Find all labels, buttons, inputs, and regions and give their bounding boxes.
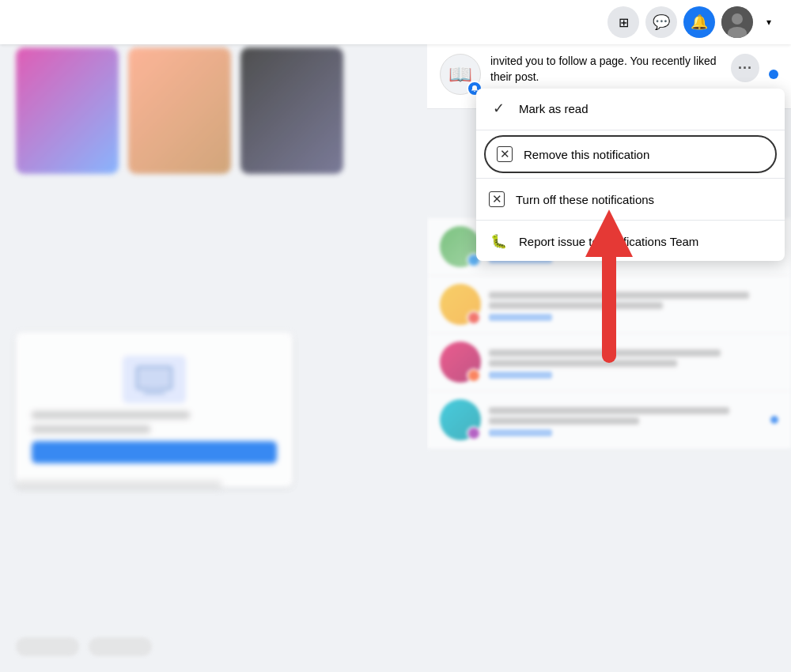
svg-rect-1 bbox=[148, 389, 161, 392]
notif-list-text-2 bbox=[489, 289, 778, 321]
blue-dot-4 bbox=[770, 416, 778, 424]
messenger-icon: 💬 bbox=[653, 13, 670, 31]
monitor-icon bbox=[123, 356, 186, 403]
mark-as-read-item[interactable]: ✓ Mark as read bbox=[476, 89, 785, 128]
list-item bbox=[427, 276, 791, 334]
blurred-profile-text bbox=[16, 474, 253, 495]
chevron-down-button[interactable]: ▾ bbox=[759, 13, 778, 32]
svg-rect-2 bbox=[143, 392, 165, 394]
grid-icon: ⊞ bbox=[619, 15, 629, 30]
remove-notification-item[interactable]: ✕ Remove this notification bbox=[484, 135, 777, 173]
chevron-down-icon: ▾ bbox=[766, 17, 771, 28]
bell-icon: 🔔 bbox=[691, 13, 708, 31]
avatar-yellow bbox=[440, 284, 481, 325]
mark-as-read-label: Mark as read bbox=[519, 102, 589, 115]
menu-divider-2 bbox=[476, 178, 785, 179]
notification-main-text: invited you to follow a page. You recent… bbox=[490, 54, 721, 85]
turn-off-label: Turn off these notifications bbox=[516, 193, 654, 206]
notification-blue-dot bbox=[769, 70, 778, 79]
tag-2 bbox=[89, 637, 152, 656]
tag-1 bbox=[16, 637, 79, 656]
card-3 bbox=[240, 47, 343, 174]
more-dots-icon: ··· bbox=[738, 60, 752, 77]
avatar-green bbox=[440, 226, 481, 267]
report-issue-label: Report issue to Notifications Team bbox=[519, 235, 698, 248]
notif-list-text-3 bbox=[489, 346, 778, 379]
messenger-button[interactable]: 💬 bbox=[645, 6, 677, 38]
avatar-pink bbox=[440, 342, 481, 383]
card-1 bbox=[16, 47, 119, 174]
bottom-tags bbox=[16, 637, 152, 656]
remove-notification-label: Remove this notification bbox=[524, 148, 649, 161]
card-2 bbox=[128, 47, 231, 174]
bug-icon: 🐛 bbox=[489, 233, 508, 250]
navbar: ⊞ 💬 🔔 ▾ bbox=[0, 0, 791, 44]
menu-divider-1 bbox=[476, 130, 785, 130]
notification-more-button[interactable]: ··· bbox=[731, 54, 759, 82]
cards-row bbox=[0, 32, 443, 190]
context-menu: ✓ Mark as read ✕ Remove this notificatio… bbox=[476, 89, 785, 261]
notification-icon-wrap: 📖 bbox=[440, 54, 481, 95]
blurred-line-1 bbox=[32, 411, 190, 419]
bell-button[interactable]: 🔔 bbox=[683, 6, 715, 38]
avatar-teal bbox=[440, 399, 481, 440]
svg-rect-0 bbox=[137, 367, 172, 389]
grid-button[interactable]: ⊞ bbox=[607, 6, 639, 38]
notif-list-text-4 bbox=[489, 404, 763, 436]
list-item bbox=[427, 334, 791, 391]
left-background bbox=[0, 0, 443, 672]
avatar-button[interactable] bbox=[721, 6, 753, 38]
blurred-line-2 bbox=[32, 425, 150, 433]
turn-off-icon: ✕ bbox=[489, 191, 505, 207]
turn-off-notifications-item[interactable]: ✕ Turn off these notifications bbox=[476, 180, 785, 218]
notification-panel: 📖 invited you to follow a page. You rece… bbox=[427, 44, 791, 672]
menu-divider-3 bbox=[476, 220, 785, 221]
blurred-button bbox=[32, 441, 277, 463]
profile-update-box bbox=[16, 332, 293, 487]
report-issue-item[interactable]: 🐛 Report issue to Notifications Team bbox=[476, 222, 785, 261]
checkmark-icon: ✓ bbox=[489, 100, 508, 117]
svg-point-4 bbox=[732, 13, 743, 25]
remove-icon: ✕ bbox=[497, 146, 513, 162]
list-item bbox=[427, 391, 791, 449]
